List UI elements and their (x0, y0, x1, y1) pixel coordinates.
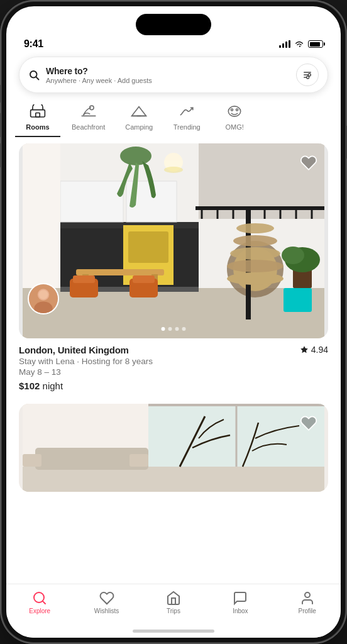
svg-point-54 (282, 247, 304, 264)
price-unit: night (43, 380, 63, 391)
listing-card-1[interactable]: London, United Kingdom 4.94 Stay with Le… (19, 143, 328, 394)
star-icon (300, 345, 309, 354)
category-tabs: Rooms Beachfront (6, 96, 341, 137)
svg-rect-55 (284, 288, 312, 312)
svg-point-14 (231, 109, 233, 111)
dynamic-island (136, 14, 211, 35)
search-section: Where to? Anywhere · Any week · Add gues… (6, 52, 341, 96)
explore-icon (32, 591, 47, 606)
svg-rect-71 (129, 454, 148, 467)
main-scroll[interactable]: London, United Kingdom 4.94 Stay with Le… (6, 137, 341, 638)
rating-value: 4.94 (311, 345, 328, 355)
listing-image[interactable] (19, 143, 328, 338)
svg-rect-65 (23, 467, 324, 492)
svg-line-1 (36, 77, 38, 79)
search-icon (28, 69, 40, 80)
battery-icon (308, 40, 323, 48)
listing-info: London, United Kingdom 4.94 Stay with Le… (19, 338, 328, 394)
listing-host: Stay with Lena · Hosting for 8 years (19, 357, 328, 366)
nav-explore[interactable]: Explore (19, 591, 60, 614)
nav-profile-label: Profile (299, 608, 316, 614)
tab-beachfront-label: Beachfront (72, 123, 105, 131)
svg-point-58 (164, 167, 183, 173)
listing-rating: 4.94 (300, 345, 328, 355)
listing-location: London, United Kingdom (19, 345, 129, 355)
search-sub-text: Anywhere · Any week · Add guests (46, 77, 152, 84)
filter-button[interactable] (296, 64, 319, 86)
listing-card-2-preview[interactable] (19, 404, 328, 492)
wifi-icon (294, 40, 304, 48)
host-avatar-image (29, 284, 58, 313)
tab-rooms[interactable]: Rooms (15, 101, 60, 137)
tab-camping-label: Camping (125, 123, 153, 131)
omg-icon (226, 104, 243, 121)
wishlist-heart-button-2[interactable] (298, 413, 319, 434)
svg-rect-56 (23, 143, 60, 288)
image-dots (162, 327, 186, 331)
camping-icon (131, 104, 147, 121)
nav-profile[interactable]: Profile (287, 591, 328, 614)
svg-point-5 (308, 74, 311, 76)
home-indicator (133, 630, 214, 633)
svg-rect-34 (128, 231, 168, 263)
svg-rect-31 (60, 181, 123, 222)
wishlists-icon (99, 591, 114, 606)
dot-2 (168, 327, 172, 331)
volume-down-button[interactable] (0, 143, 1, 167)
svg-rect-20 (196, 206, 324, 210)
svg-point-43 (227, 272, 284, 285)
signal-icon (279, 40, 290, 48)
svg-point-39 (236, 223, 274, 233)
trending-icon (179, 104, 195, 121)
trips-icon (166, 591, 181, 606)
nav-trips[interactable]: Trips (153, 591, 194, 614)
svg-point-41 (230, 247, 280, 260)
svg-point-6 (307, 76, 309, 79)
listing-dates: May 8 – 13 (19, 367, 328, 377)
svg-line-73 (43, 601, 45, 604)
listing-price: $102 night (19, 380, 328, 391)
nav-wishlists-label: Wishlists (94, 608, 119, 614)
price-amount: $102 (19, 380, 40, 391)
svg-rect-49 (73, 275, 95, 283)
svg-point-62 (39, 290, 48, 299)
dot-1 (162, 327, 165, 331)
svg-point-74 (305, 592, 310, 597)
nav-inbox[interactable]: Inbox (220, 591, 260, 614)
tab-beachfront[interactable]: Beachfront (63, 101, 114, 137)
tab-rooms-label: Rooms (26, 123, 49, 131)
tab-omg[interactable]: OMG! (212, 101, 257, 137)
dot-3 (175, 327, 179, 331)
mute-button[interactable] (0, 85, 1, 103)
phone-shell: 9:41 (0, 0, 347, 644)
nav-inbox-label: Inbox (233, 608, 248, 614)
tab-camping[interactable]: Camping (116, 101, 162, 137)
svg-rect-45 (76, 269, 164, 275)
phone-screen: 9:41 (6, 6, 341, 638)
listing-2-image (19, 404, 328, 492)
status-icons (279, 40, 323, 48)
nav-wishlists[interactable]: Wishlists (87, 591, 127, 614)
tab-trending[interactable]: Trending (164, 101, 209, 137)
profile-icon (300, 591, 315, 606)
svg-point-15 (236, 109, 238, 111)
svg-rect-18 (23, 288, 324, 338)
host-avatar[interactable] (28, 283, 59, 314)
rooms-icon (30, 104, 46, 121)
svg-rect-70 (23, 454, 41, 467)
wishlist-heart-button[interactable] (298, 152, 319, 174)
inbox-icon (233, 591, 248, 606)
room-image (19, 143, 328, 338)
svg-rect-8 (36, 113, 40, 117)
dot-4 (182, 327, 186, 331)
nav-trips-label: Trips (167, 608, 180, 614)
svg-rect-51 (133, 275, 155, 283)
svg-point-40 (233, 235, 277, 247)
tab-omg-label: OMG! (226, 123, 244, 131)
volume-up-button[interactable] (0, 113, 1, 137)
nav-explore-label: Explore (29, 608, 50, 614)
search-main-text: Where to? (46, 66, 152, 76)
search-bar[interactable]: Where to? Anywhere · Any week · Add gues… (19, 57, 328, 93)
svg-point-42 (227, 260, 284, 272)
beachfront-icon (80, 104, 97, 121)
